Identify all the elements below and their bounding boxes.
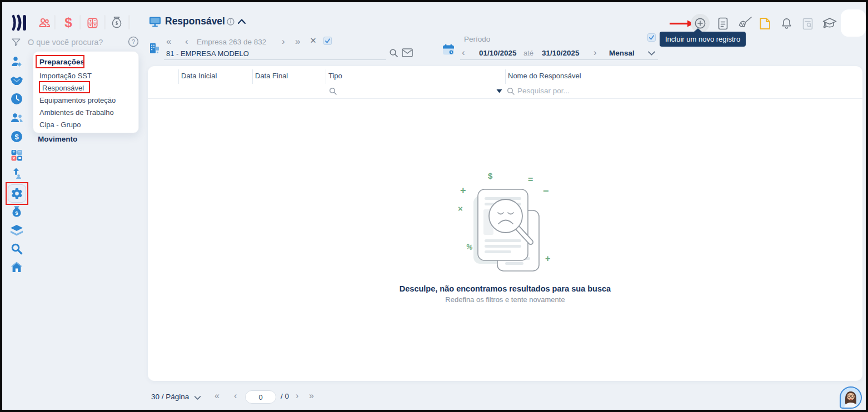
svg-text:+: + [12, 149, 15, 155]
prev-page-button[interactable]: ‹ [234, 391, 237, 400]
dollar-glyph: $ [64, 15, 72, 31]
info-icon[interactable] [227, 18, 235, 26]
monitor-icon [148, 15, 162, 28]
last-page-button[interactable]: » [309, 391, 314, 400]
period-mode-chevron-icon[interactable] [647, 50, 656, 57]
column-separator [326, 69, 326, 84]
moneybag-icon[interactable] [110, 16, 123, 30]
company-name-field[interactable] [166, 48, 366, 58]
column-data-inicial[interactable]: Data Inicial [181, 72, 217, 80]
period-until-label: até [523, 49, 533, 57]
filter-icon[interactable] [11, 37, 22, 48]
results-card: Data Inicial Data Final Tipo Nome do Res… [148, 66, 862, 381]
promotion-icon[interactable] [10, 167, 23, 180]
period-next-button[interactable]: › [593, 48, 597, 57]
team-icon[interactable] [9, 111, 24, 124]
name-filter-input[interactable] [517, 85, 662, 96]
calendar-icon [442, 43, 455, 56]
handshake-icon[interactable] [9, 74, 24, 87]
next-page-button[interactable]: › [296, 391, 298, 400]
svg-text:$: $ [15, 210, 18, 216]
page-input[interactable] [245, 391, 276, 403]
column-tipo[interactable]: Tipo [328, 72, 342, 80]
dollar-icon[interactable]: $ [61, 14, 76, 31]
page-size-chevron-icon[interactable] [193, 395, 201, 400]
menu-item-responsavel[interactable]: Responsável [42, 84, 84, 92]
column-separator [252, 69, 253, 84]
layers-icon[interactable] [9, 224, 24, 237]
mail-icon[interactable] [402, 48, 413, 57]
support-avatar[interactable] [840, 386, 862, 409]
company-nav-label: Empresa 263 de 832 [197, 38, 266, 46]
calc-signs-icon[interactable]: + − × = [10, 148, 23, 162]
company-prev-button[interactable]: ‹ [185, 37, 188, 46]
column-separator [505, 69, 506, 84]
svg-text:%: % [466, 242, 474, 252]
menu-item-importacao-sst[interactable]: Importação SST [39, 72, 92, 80]
company-checkbox[interactable] [323, 37, 332, 45]
page-title: Responsável [165, 16, 225, 27]
menu-item-equipamentos[interactable]: Equipamentos proteção [39, 96, 116, 104]
app-logo[interactable] [11, 14, 28, 32]
bell-icon[interactable] [780, 17, 792, 30]
column-nome-responsavel[interactable]: Nome do Responsável [508, 72, 581, 80]
topbar-divider [79, 15, 81, 29]
company-search-icon[interactable] [388, 48, 398, 58]
tipo-filter-search-icon[interactable] [328, 87, 337, 95]
svg-text:=: = [18, 155, 21, 161]
column-data-final[interactable]: Data Final [255, 72, 288, 80]
svg-text:×: × [13, 155, 16, 161]
menu-item-ambientes[interactable]: Ambientes de Trabalho [39, 108, 114, 117]
company-first-button[interactable]: « [166, 37, 171, 46]
building-icon [148, 42, 161, 55]
svg-text:?: ? [132, 38, 135, 45]
name-filter-dropdown-icon[interactable] [496, 89, 502, 93]
svg-text:×: × [458, 204, 463, 213]
svg-text:−: − [543, 185, 549, 197]
budget-bag-icon[interactable]: $ [10, 205, 23, 219]
topbar-divider [104, 15, 106, 29]
note-icon[interactable] [759, 17, 771, 30]
svg-text:+: + [460, 185, 466, 196]
period-prev-button[interactable]: ‹ [462, 48, 465, 57]
period-end-date[interactable]: 31/10/2025 [542, 49, 580, 57]
collapse-chevron-icon[interactable] [237, 18, 246, 24]
clock-icon[interactable] [10, 92, 23, 105]
name-filter-search-icon[interactable] [506, 87, 515, 95]
gear-icon[interactable] [11, 187, 23, 200]
company-last-button[interactable]: » [295, 37, 300, 46]
add-record-icon[interactable] [694, 17, 706, 29]
global-search-input[interactable] [28, 36, 123, 48]
help-icon[interactable]: ? [128, 36, 139, 47]
company-clear-button[interactable]: × [310, 36, 316, 45]
profile-button[interactable] [841, 9, 866, 37]
period-underline [460, 59, 658, 60]
period-label: Período [464, 35, 490, 43]
preparacoes-popup: Preparações Importação SST Responsável E… [33, 51, 139, 133]
tooltip-text: Incluir um novo registro [665, 35, 740, 43]
user-settings-icon[interactable] [10, 55, 23, 68]
empty-title: Desculpe, não encontramos resultados par… [311, 284, 700, 293]
people-icon[interactable] [38, 16, 51, 29]
app-window: $ ? [0, 0, 868, 412]
document-icon[interactable] [717, 17, 729, 30]
svg-text:$: $ [488, 171, 493, 180]
graduation-cap-icon[interactable] [822, 17, 837, 30]
company-next-button[interactable]: › [282, 37, 285, 46]
period-checkbox[interactable] [647, 33, 656, 42]
calculator-icon[interactable] [86, 16, 99, 29]
first-page-button[interactable]: « [214, 391, 220, 400]
page-size-select[interactable]: 30 / Página [151, 393, 189, 401]
page-total-label: / 0 [281, 392, 289, 400]
period-mode-select[interactable]: Mensal [609, 49, 635, 57]
document-search-icon[interactable] [801, 17, 814, 30]
period-start-date[interactable]: 01/10/2025 [479, 49, 517, 57]
search-icon[interactable] [10, 242, 23, 255]
broom-icon[interactable] [737, 16, 752, 30]
menu-section-movimento[interactable]: Movimento [38, 135, 77, 143]
dollar-coin-icon[interactable]: $ [10, 130, 23, 143]
home-icon[interactable] [10, 260, 23, 274]
menu-section-preparacoes[interactable]: Preparações [39, 58, 84, 66]
menu-item-cipa-grupo[interactable]: Cipa - Grupo [39, 120, 81, 129]
column-separator [178, 69, 179, 84]
